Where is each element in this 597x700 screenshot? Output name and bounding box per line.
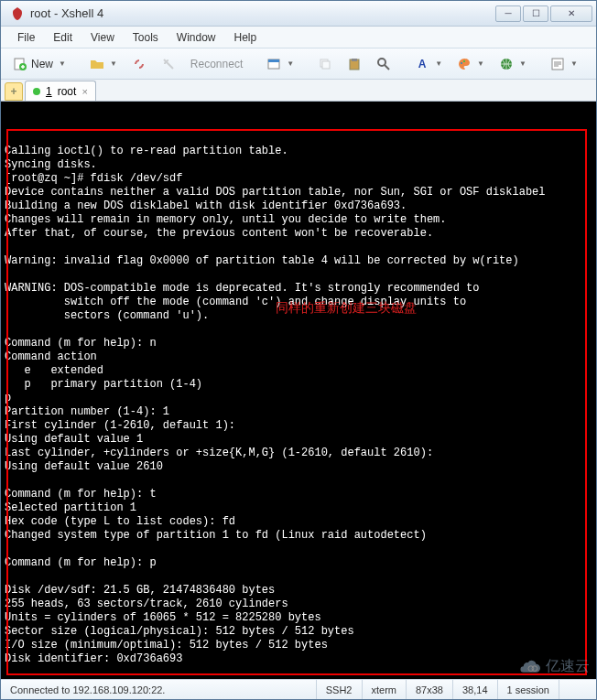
terminal-line: Command (m for help): n: [5, 337, 592, 350]
new-icon: [13, 57, 27, 71]
terminal-line: [5, 268, 592, 282]
terminal-line: Syncing disks.: [5, 158, 592, 172]
terminal-line: Disk identifier: 0xd736a693: [5, 652, 592, 666]
terminal-line: [5, 570, 592, 584]
unlink-icon: [161, 57, 176, 71]
terminal-line: Command action: [5, 350, 592, 364]
font-button[interactable]: A▼: [408, 52, 449, 76]
chevron-down-icon: ▼: [570, 59, 578, 68]
script-icon: [550, 57, 565, 71]
annotation-text: 同样的重新创建三块磁盘: [276, 301, 417, 315]
globe-button[interactable]: ▼: [493, 52, 533, 76]
titlebar[interactable]: root - Xshell 4 ─ ☐ ✕: [1, 1, 596, 27]
add-tab-button[interactable]: +: [5, 82, 23, 101]
terminal-line: [root@zq ~]# fdisk /dev/sdf: [5, 172, 592, 186]
terminal-line: Changed system type of partition 1 to fd…: [5, 529, 592, 543]
tab-root[interactable]: 1 root ×: [25, 81, 96, 101]
chevron-down-icon: ▼: [435, 59, 442, 68]
svg-point-9: [461, 62, 462, 64]
svg-rect-3: [268, 59, 279, 62]
terminal-line: Command (m for help): t: [5, 488, 592, 501]
folder-icon: [90, 57, 104, 71]
statusbar: Connected to 192.168.109.120:22. SSH2 xt…: [1, 679, 596, 699]
terminal-line: Hex code (type L to list codes): fd: [5, 515, 592, 529]
link-icon: [132, 57, 147, 71]
svg-point-8: [378, 59, 385, 66]
new-button[interactable]: New ▼: [6, 52, 72, 76]
terminal-line: Last cylinder, +cylinders or +size{K,M,G…: [5, 447, 592, 460]
terminal-line: e extended: [5, 364, 592, 378]
terminal-line: I/O size (minimum/optimal): 512 bytes / …: [5, 639, 592, 652]
terminal-line: Sector size (logical/physical): 512 byte…: [5, 625, 592, 639]
menu-window[interactable]: Window: [168, 27, 225, 48]
minimize-button[interactable]: ─: [495, 5, 521, 22]
tab-index: 1: [46, 85, 52, 98]
terminal-line: p primary partition (1-4): [5, 378, 592, 392]
paste-button[interactable]: [341, 52, 368, 76]
terminal-line: Using default value 1: [5, 433, 592, 447]
chevron-down-icon: ▼: [59, 59, 66, 68]
status-term: xterm: [363, 680, 407, 699]
terminal-line: WARNING: DOS-compatible mode is deprecat…: [5, 282, 592, 296]
terminal-line: Building a new DOS disklabel with disk i…: [5, 199, 592, 213]
search-icon: [376, 57, 391, 71]
terminal-line: Partition number (1-4): 1: [5, 405, 592, 419]
copy-icon: [318, 57, 332, 71]
app-window: root - Xshell 4 ─ ☐ ✕ File Edit View Too…: [0, 0, 597, 700]
status-sessions: 1 session: [498, 680, 559, 699]
svg-point-10: [463, 60, 465, 62]
terminal-line: [5, 543, 592, 556]
globe-icon: [499, 57, 514, 71]
properties-icon: [266, 57, 281, 71]
close-button[interactable]: ✕: [550, 5, 592, 22]
status-protocol: SSH2: [317, 680, 363, 699]
menu-tools[interactable]: Tools: [124, 27, 168, 48]
tabbar: + 1 root ×: [1, 80, 596, 102]
find-button[interactable]: [370, 52, 397, 76]
app-icon: [10, 6, 25, 21]
terminal-line: [5, 323, 592, 337]
terminal-line: Disk /dev/sdf: 21.5 GB, 21474836480 byte…: [5, 584, 592, 598]
terminal-line: Calling ioctl() to re-read partition tab…: [5, 145, 592, 158]
status-size: 87x38: [407, 680, 453, 699]
menu-view[interactable]: View: [81, 27, 124, 48]
connect-button[interactable]: [125, 52, 153, 76]
terminal[interactable]: Calling ioctl() to re-read partition tab…: [1, 102, 596, 679]
chevron-down-icon: ▼: [287, 59, 294, 68]
menu-edit[interactable]: Edit: [44, 27, 81, 48]
terminal-line: Selected partition 1: [5, 501, 592, 515]
paste-icon: [347, 57, 362, 71]
terminal-line: First cylinder (1-2610, default 1):: [5, 419, 592, 433]
properties-button[interactable]: ▼: [260, 52, 300, 76]
menu-help[interactable]: Help: [225, 27, 266, 48]
chevron-down-icon: ▼: [519, 59, 526, 68]
svg-rect-7: [352, 59, 357, 61]
color-button[interactable]: ▼: [450, 52, 491, 76]
reconnect-button[interactable]: Reconnect: [184, 52, 249, 76]
toolbar: New ▼ ▼ Reconnect ▼ A▼ ▼ ▼ ▼ »: [1, 48, 596, 80]
close-tab-icon[interactable]: ×: [81, 86, 87, 97]
terminal-line: Changes will remain in memory only, unti…: [5, 213, 592, 227]
resize-grip[interactable]: [559, 680, 596, 699]
status-pos: 38,14: [453, 680, 498, 699]
terminal-line: [5, 241, 592, 254]
chevron-down-icon: ▼: [477, 59, 484, 68]
terminal-line: 255 heads, 63 sectors/track, 2610 cylind…: [5, 598, 592, 611]
copy-button[interactable]: [311, 52, 339, 76]
disconnect-button[interactable]: [155, 52, 182, 76]
terminal-line: [5, 474, 592, 488]
terminal-line: Units = cylinders of 16065 * 512 = 82252…: [5, 611, 592, 625]
terminal-line: Device contains neither a valid DOS part…: [5, 186, 592, 199]
terminal-line: Warning: invalid flag 0x0000 of partitio…: [5, 254, 592, 268]
reconnect-label: Reconnect: [190, 58, 243, 70]
script-button[interactable]: ▼: [544, 52, 584, 76]
maximize-button[interactable]: ☐: [523, 5, 548, 22]
status-dot-icon: [33, 88, 40, 95]
terminal-line: After that, of course, the previous cont…: [5, 227, 592, 241]
tab-label: root: [58, 85, 77, 98]
window-title: root - Xshell 4: [30, 6, 494, 20]
menu-file[interactable]: File: [8, 27, 44, 48]
svg-rect-5: [322, 61, 330, 69]
palette-icon: [457, 57, 472, 71]
open-button[interactable]: ▼: [83, 52, 124, 76]
